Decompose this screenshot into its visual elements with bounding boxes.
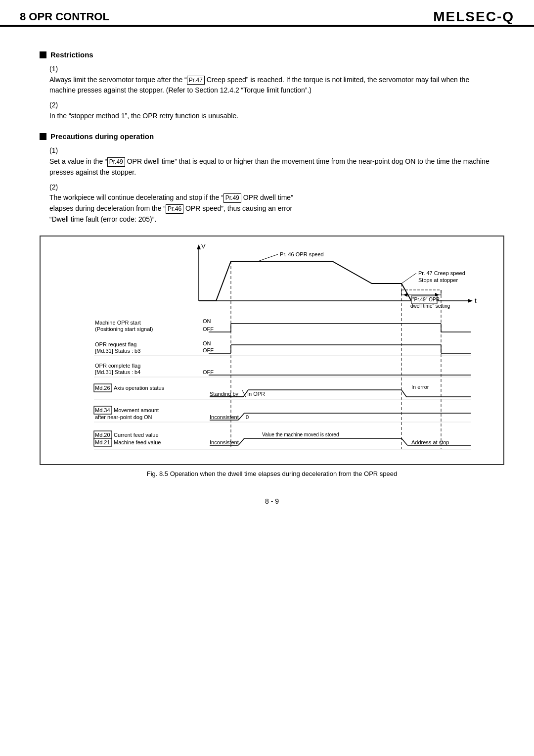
svg-marker-3	[468, 299, 473, 303]
restrictions-title: Restrictions	[50, 50, 93, 59]
opr-request-flag-label: OPR request flag	[95, 341, 136, 347]
on-label-1: ON	[203, 318, 211, 324]
stops-at-stopper-label: Stops at stopper	[418, 277, 458, 283]
current-feed-label: Current feed value	[114, 432, 159, 438]
off-label-2: OFF	[203, 347, 214, 353]
svg-line-31	[401, 390, 406, 397]
svg-marker-1	[197, 244, 201, 249]
in-error-label: In error	[411, 384, 429, 390]
md26-text: Md.26	[95, 385, 110, 391]
off-label-1: OFF	[203, 326, 214, 332]
zero-label: 0	[246, 414, 249, 420]
restriction-item-1: (1) Always limit the servomotor torque a…	[49, 64, 504, 96]
page-content: Restrictions (1) Always limit the servom…	[0, 27, 534, 515]
standing-by-label: Standing by	[210, 391, 239, 397]
svg-line-42	[401, 438, 407, 445]
md20-badge: Md.20	[95, 432, 110, 438]
svg-line-4	[258, 254, 278, 261]
svg-line-40	[238, 438, 244, 445]
md31-b4-label: [Md.31] Status : b4	[95, 369, 140, 375]
precaution-item-1: (1) Set a value in the “Pr.49 OPR dwell …	[49, 145, 504, 178]
t-axis-label: t	[475, 297, 477, 304]
positioning-start-label: (Positioning start signal)	[95, 326, 153, 332]
brand-title: MELSEC-Q	[433, 9, 514, 25]
after-near-point-label: after near-point dog ON	[95, 414, 152, 420]
pr47-speed-label: Pr. 47 Creep speed	[418, 270, 465, 276]
svg-line-35	[238, 413, 244, 420]
svg-line-5	[401, 273, 416, 284]
restriction-item-2: (2) In the “stopper method 1”, the OPR r…	[49, 100, 504, 121]
md31-b3-label: [Md.31] Status : b3	[95, 348, 140, 354]
axis-operation-label: Axis operation status	[114, 385, 165, 391]
md21-badge: Md.21	[95, 439, 110, 445]
svg-marker-10	[403, 293, 407, 297]
pr49-opr-label: "Pr.49" OPR	[412, 297, 440, 302]
in-opr-label: In OPR	[247, 391, 265, 397]
off-label-3: OFF	[203, 369, 214, 375]
chapter-title: 8 OPR CONTROL	[20, 10, 433, 23]
section-icon	[40, 51, 46, 58]
diagram-svg: V t Pr. 46 OPR speed Pr. 47 Creep speed …	[41, 236, 505, 464]
section-icon-2	[40, 133, 46, 140]
on-label-2: ON	[203, 340, 211, 346]
md34-badge: Md.34	[95, 407, 110, 413]
restrictions-heading: Restrictions	[40, 50, 504, 59]
badge-pr49: Pr.49	[107, 157, 125, 167]
badge-pr46: Pr.46	[166, 204, 183, 214]
badge-pr47: Pr.47	[187, 76, 205, 85]
precautions-heading: Precautions during operation	[40, 132, 504, 141]
precaution-item-2: (2) The workpiece will continue decelera…	[49, 182, 504, 225]
page-header: 8 OPR CONTROL MELSEC-Q	[0, 0, 534, 27]
precautions-title: Precautions during operation	[50, 132, 154, 141]
page-number: 8 - 9	[40, 497, 504, 505]
page: 8 OPR CONTROL MELSEC-Q Restrictions (1) …	[0, 0, 534, 756]
machine-opr-start-label: Machine OPR start	[95, 320, 141, 326]
diagram-box: V t Pr. 46 OPR speed Pr. 47 Creep speed …	[40, 236, 504, 465]
value-stored-label: Value the machine moved is stored	[262, 432, 339, 437]
figure-caption: Fig. 8.5 Operation when the dwell time e…	[40, 470, 504, 477]
inconsistent-2-label: Inconsistent	[210, 439, 239, 445]
badge-pr49b: Pr.49	[223, 193, 241, 203]
machine-feed-label: Machine feed value	[114, 439, 161, 445]
pr46-speed-label: Pr. 46 OPR speed	[280, 251, 324, 257]
address-at-stop-label: Address at stop	[411, 439, 449, 445]
opr-complete-flag-label: OPR complete flag	[95, 363, 140, 369]
inconsistent-1-label: Inconsistent	[210, 414, 239, 420]
movement-amount-label: Movement amount	[114, 407, 159, 413]
v-axis-label: V	[201, 242, 206, 250]
dwell-time-label: dwell time" setting	[410, 303, 450, 309]
